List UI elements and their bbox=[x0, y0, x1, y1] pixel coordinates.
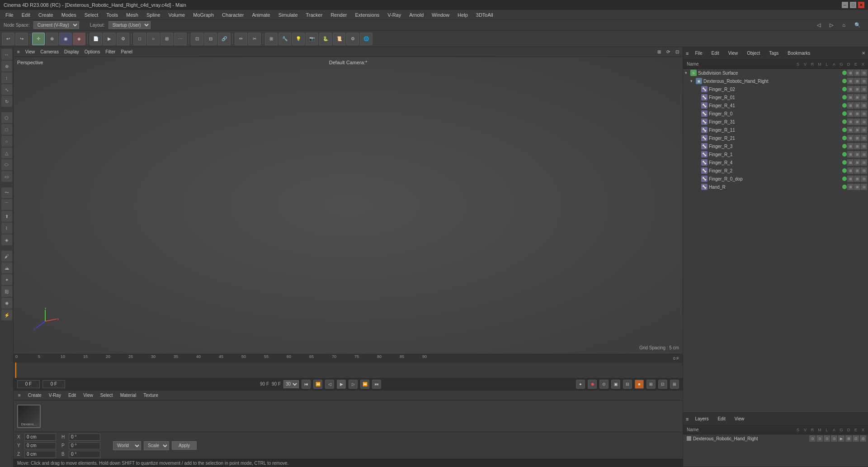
sidebar-sculpt-icon[interactable]: ⛰ bbox=[1, 262, 12, 273]
viewport-display-menu[interactable]: Display bbox=[62, 49, 81, 55]
obj-tab-tags[interactable]: Tags bbox=[766, 50, 781, 57]
obj-row-finger-r11[interactable]: 🦴 Finger_R_11 ⊞ ⊞ ⊟ bbox=[683, 126, 868, 134]
hand-mini-1[interactable]: ⊞ bbox=[847, 78, 854, 84]
menu-mesh[interactable]: Mesh bbox=[123, 11, 142, 19]
grid-btn[interactable]: ⊞ bbox=[265, 33, 278, 45]
autokey-btn[interactable]: ⊙ bbox=[599, 380, 609, 389]
bottom-create-btn[interactable]: Create bbox=[25, 392, 44, 398]
bottom-view-btn[interactable]: View bbox=[80, 392, 96, 398]
viewport-3d[interactable]: Perspective Default Camera:* X Y Z Grid … bbox=[14, 57, 683, 354]
material-swatch-0[interactable]: Dextero... bbox=[17, 405, 41, 428]
obj-tab-file[interactable]: File bbox=[692, 50, 705, 57]
sidebar-sphere-icon[interactable]: ○ bbox=[1, 136, 12, 147]
fr02-mini-1[interactable]: ⊞ bbox=[847, 86, 854, 92]
x-pos-input[interactable] bbox=[24, 434, 56, 441]
layer-mini-2[interactable]: ⊙ bbox=[816, 435, 823, 442]
nav-home-btn[interactable]: ⌂ bbox=[839, 21, 849, 29]
obj-close-btn[interactable]: ✕ bbox=[862, 51, 865, 56]
z-pos-input[interactable] bbox=[24, 451, 56, 458]
sidebar-bone-icon[interactable]: ✦ bbox=[1, 274, 12, 285]
camera-btn[interactable]: 📷 bbox=[306, 33, 318, 45]
timeline-track[interactable] bbox=[14, 362, 683, 378]
scheme-btn[interactable]: ■ bbox=[635, 380, 644, 389]
sidebar-field-icon[interactable]: ◈ bbox=[1, 234, 12, 245]
material-nodes-btn[interactable]: ⊟ bbox=[204, 33, 217, 45]
timeline-options-btn[interactable]: ⊟ bbox=[623, 380, 632, 389]
next-key-btn[interactable]: ▷ bbox=[349, 380, 358, 389]
playback-mode-btn[interactable]: ● bbox=[576, 380, 585, 389]
subdiv-mini-3[interactable]: ⊟ bbox=[861, 70, 867, 76]
sidebar-select-icon[interactable]: ⊕ bbox=[1, 61, 12, 71]
viewport-filter-menu[interactable]: Filter bbox=[104, 49, 117, 55]
play-button[interactable]: ▶ bbox=[103, 33, 116, 45]
sidebar-paint-icon[interactable]: 🖌 bbox=[1, 251, 12, 262]
select-object-button[interactable]: ⊕ bbox=[46, 33, 58, 45]
viewport-cameras-menu[interactable]: Cameras bbox=[38, 49, 61, 55]
fr02-mini-2[interactable]: ⊞ bbox=[854, 86, 860, 92]
nav-fwd-btn[interactable]: ▷ bbox=[826, 21, 837, 29]
obj-row-finger-r31[interactable]: 🦴 Finger_R_31 ⊞ ⊞ ⊟ bbox=[683, 118, 868, 126]
light-btn[interactable]: 💡 bbox=[292, 33, 305, 45]
settings-btn[interactable]: ⚙ bbox=[346, 33, 359, 45]
menu-file[interactable]: File bbox=[2, 11, 17, 19]
close-button[interactable]: ✕ bbox=[858, 2, 864, 8]
world-select[interactable]: World Object Screen bbox=[113, 441, 141, 450]
menu-extensions[interactable]: Extensions bbox=[351, 11, 383, 19]
expand-subdiv[interactable]: ▾ bbox=[685, 71, 690, 75]
h-input[interactable] bbox=[69, 434, 100, 441]
layer-mini-1[interactable]: ⊙ bbox=[809, 435, 816, 442]
menu-character[interactable]: Character bbox=[218, 11, 247, 19]
obj-tab-bookmarks[interactable]: Bookmarks bbox=[785, 50, 813, 57]
move-tool-button[interactable]: ✛ bbox=[32, 33, 45, 45]
menu-3dtoall[interactable]: 3DToAll bbox=[472, 11, 497, 19]
bottom-menu-icon[interactable]: ≡ bbox=[15, 392, 24, 398]
jump-start-btn[interactable]: ⏮ bbox=[302, 380, 311, 389]
menu-select[interactable]: Select bbox=[81, 11, 102, 19]
obj-tab-edit[interactable]: Edit bbox=[709, 50, 722, 57]
obj-row-finger-r21[interactable]: 🦴 Finger_R_21 ⊞ ⊞ ⊟ bbox=[683, 134, 868, 142]
obj-row-finger-r01[interactable]: 🦴 Finger_R_01 ⊞ ⊞ ⊟ bbox=[683, 93, 868, 101]
record-btn[interactable]: ⏺ bbox=[588, 380, 597, 389]
nav-back-btn[interactable]: ◁ bbox=[813, 21, 824, 29]
new-scene-button[interactable]: 📄 bbox=[90, 33, 102, 45]
subdiv-mini-2[interactable]: ⊞ bbox=[854, 70, 860, 76]
select-mode-button[interactable]: ◉ bbox=[59, 33, 72, 45]
menu-volume[interactable]: Volume bbox=[165, 11, 189, 19]
obj-row-finger-r0[interactable]: 🦴 Finger_R_0 ⊞ ⊞ ⊟ bbox=[683, 110, 868, 118]
sidebar-deform-icon[interactable]: ⌇ bbox=[1, 223, 12, 234]
workplane-tool[interactable]: ⋯ bbox=[174, 33, 187, 45]
start-frame-input[interactable] bbox=[17, 380, 40, 388]
extra-btn[interactable]: ⊞ bbox=[670, 380, 679, 389]
menu-simulate[interactable]: Simulate bbox=[275, 11, 302, 19]
hand-mini-3[interactable]: ⊟ bbox=[861, 78, 867, 84]
python-btn[interactable]: 🐍 bbox=[319, 33, 332, 45]
y-pos-input[interactable] bbox=[24, 442, 56, 449]
menu-spline[interactable]: Spline bbox=[143, 11, 164, 19]
sidebar-transform-icon[interactable]: ↕ bbox=[1, 72, 12, 83]
layout-select[interactable]: Startup (User) bbox=[108, 21, 151, 29]
timeline-ruler[interactable]: 0 5 10 15 20 25 30 35 40 45 50 55 60 65 … bbox=[14, 354, 683, 362]
layer-mini-3[interactable]: ⊙ bbox=[824, 435, 830, 442]
sidebar-particles-icon[interactable]: ✺ bbox=[1, 298, 12, 309]
play-pause-btn[interactable]: ▶ bbox=[337, 380, 346, 389]
menu-arnold[interactable]: Arnold bbox=[406, 11, 427, 19]
texture-tool[interactable]: ⊞ bbox=[160, 33, 173, 45]
model-tool[interactable]: □ bbox=[133, 33, 146, 45]
menu-window[interactable]: Window bbox=[428, 11, 453, 19]
redo-button[interactable]: ↪ bbox=[15, 33, 28, 45]
tool-btn2[interactable]: ⊡ bbox=[658, 380, 667, 389]
world-btn[interactable]: 🌐 bbox=[360, 33, 373, 45]
transform-button[interactable]: ◈ bbox=[73, 33, 85, 45]
sidebar-box-icon[interactable]: □ bbox=[1, 124, 12, 135]
p-input[interactable] bbox=[69, 442, 100, 449]
viewport-sync-btn[interactable]: ⟳ bbox=[665, 49, 672, 55]
next-frame-btn[interactable]: ⏩ bbox=[360, 380, 369, 389]
bottom-texture-btn[interactable]: Texture bbox=[141, 392, 161, 398]
layers-view-tab[interactable]: View bbox=[732, 415, 747, 422]
sidebar-constraint-icon[interactable]: ⛓ bbox=[1, 286, 12, 297]
render-settings-button[interactable]: ⚙ bbox=[117, 33, 129, 45]
undo-button[interactable]: ↩ bbox=[2, 33, 14, 45]
icons-btn[interactable]: ⊞ bbox=[646, 380, 656, 389]
obj-row-hand-r[interactable]: 🦴 Hand_R ⊞ ⊞ ⊟ bbox=[683, 183, 868, 191]
sidebar-nurbs-icon[interactable]: ⌒ bbox=[1, 199, 12, 210]
